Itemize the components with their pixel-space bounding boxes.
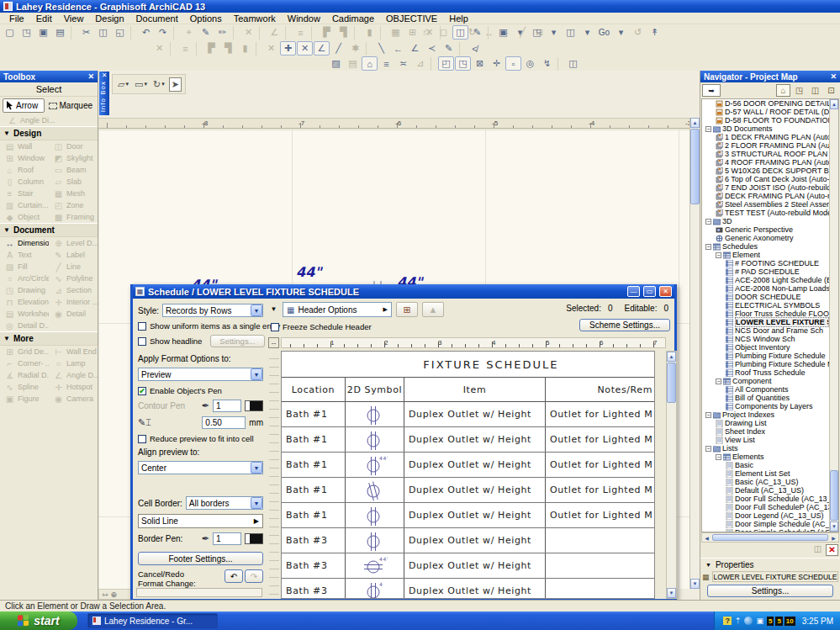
table-row[interactable]: Bath #3Duplex Outlet w/ Height (282, 528, 654, 553)
tool-detail-d-[interactable]: ◎Detail D... (0, 320, 49, 331)
tree-item[interactable]: Generic Perspective (702, 225, 829, 234)
line-black-1-icon[interactable]: ╲ (373, 41, 389, 56)
paste-icon[interactable]: ◱ (112, 25, 128, 40)
print-2-icon[interactable]: ◻ (436, 25, 452, 40)
pin-icon[interactable]: ▜ (220, 41, 236, 56)
undo-format-button[interactable]: ↶ (225, 569, 243, 583)
open-file-icon[interactable]: ◳ (18, 25, 34, 40)
double-line-icon[interactable]: ≍ (395, 56, 411, 71)
collapse-minus-icon[interactable]: − (716, 454, 721, 460)
walk-icon[interactable]: ↯ (539, 56, 555, 71)
tool-worksheet[interactable]: ▤Worksheet (0, 308, 49, 320)
scheme-settings-button[interactable]: Scheme Settings... (579, 319, 670, 331)
hatch-fill-icon[interactable]: ▨ (328, 56, 344, 71)
tree-scroll-down-icon[interactable]: ▼ (830, 521, 838, 532)
collapse-minus-icon[interactable]: − (716, 252, 721, 258)
tree-item[interactable]: Door Legend (AC_13_US) (702, 511, 829, 520)
dd4-icon[interactable]: ▾ (613, 25, 629, 40)
tool-corner-[interactable]: ⌐Corner- ... (0, 357, 49, 369)
pen-tool-icon[interactable]: ✏ (214, 25, 230, 40)
box-2-icon[interactable]: ◳ (455, 56, 471, 71)
menu-design[interactable]: Design (89, 13, 129, 24)
headline-settings-button[interactable]: Settings... (210, 335, 264, 347)
dialog-maximize-button[interactable]: ▭ (643, 286, 656, 297)
tree-item[interactable]: Drawing List (702, 419, 829, 427)
tool-door[interactable]: ◫Door (49, 140, 98, 152)
tool-detail[interactable]: ◉Detail (49, 308, 98, 320)
tool-beam[interactable]: ▭Beam (49, 164, 98, 176)
tool-section[interactable]: ⊿Section (49, 284, 98, 296)
tree-item[interactable]: Components by Layers (702, 402, 829, 410)
dd3-icon[interactable]: ▾ (579, 25, 595, 40)
zoom-tool-1-icon[interactable]: ⊕ (111, 590, 118, 599)
tree-item[interactable]: ACE-2008 Light Schedule (Elect (702, 276, 829, 284)
cell-border-dropdown[interactable]: All borders ▼ (186, 496, 263, 510)
menu-file[interactable]: File (3, 13, 30, 24)
tree-item[interactable]: Basic (AC_13_US) (702, 478, 829, 486)
nav-view-3-button[interactable]: ⊡ (824, 84, 838, 97)
merge-cells-button[interactable]: ⊞ (396, 302, 418, 317)
border-pen-number[interactable]: 1 (213, 532, 241, 545)
contour-pen-number[interactable]: 1 (213, 400, 241, 412)
tree-item[interactable]: −Element (702, 251, 829, 259)
align-icon[interactable]: ≡ (177, 41, 193, 56)
tool-lamp[interactable]: ○Lamp (49, 357, 98, 369)
toolbox-section-document[interactable]: ▼Document (0, 223, 98, 237)
slab-tool-icon[interactable]: ▜ (335, 25, 351, 40)
spread-icon[interactable]: ✛ (489, 56, 505, 71)
tool-stair[interactable]: ≡Stair (0, 188, 49, 199)
undo-icon[interactable]: ↶ (138, 25, 154, 40)
tree-item[interactable]: −Schedules (702, 242, 829, 251)
dialog-minimize-button[interactable]: — (627, 286, 640, 297)
tool-mesh[interactable]: ▦Mesh (49, 188, 98, 199)
tree-item[interactable]: View List (702, 436, 829, 444)
tool-label[interactable]: ✎Label (49, 249, 98, 261)
tool-roof[interactable]: ⌂Roof (0, 164, 49, 176)
menu-document[interactable]: Document (130, 13, 184, 24)
help-tray-icon[interactable]: ? (723, 617, 732, 625)
ruler-origin-button[interactable]: -- (268, 337, 279, 348)
toolbox-close-icon[interactable]: ✕ (87, 72, 94, 81)
print-icon[interactable]: ▤ (52, 25, 68, 40)
tree-item[interactable]: −Component (702, 377, 829, 385)
reduce-preview-checkbox[interactable] (138, 435, 146, 443)
fill-2-icon[interactable]: ▤ (345, 56, 361, 71)
tree-item[interactable]: D-56 DOOR OPENING DETAIL (Dra (702, 99, 829, 108)
table-row[interactable]: Bath #144"Duplex Outlet w/ HeightOutlet … (282, 453, 654, 478)
go-label-icon[interactable]: Go (596, 25, 612, 40)
delete-view-button[interactable]: ✕ (826, 544, 838, 556)
tree-item[interactable]: DOOR SCHEDULE (702, 293, 829, 301)
options-filter-icon[interactable]: ✕ (240, 25, 256, 40)
tree-scroll-left-icon[interactable]: ◀ (702, 535, 711, 541)
eraser-icon[interactable]: ✱ (347, 41, 363, 56)
table-vertical-scrollbar[interactable]: ▲ ▼ (666, 351, 677, 599)
updates-tray-icon[interactable]: ⇡ (735, 617, 742, 625)
inject-parameters-icon[interactable]: ✎ (198, 25, 214, 40)
split-cells-button[interactable]: ▲ (422, 302, 444, 317)
tree-item[interactable]: 7 END JOIST ISO (Auto-rebuild Moc (702, 183, 829, 192)
angle-dimension-tool[interactable]: ∠ Angle Di... (0, 114, 98, 126)
line-black-5-icon[interactable]: ✎ (441, 41, 457, 56)
tool-polyline[interactable]: ∿Polyline (49, 273, 98, 284)
tree-item[interactable]: Door Simple Schedule (AC_13_L (702, 520, 829, 528)
navigator-settings-button[interactable]: Settings... (707, 585, 833, 597)
freeze-header-checkbox[interactable] (271, 323, 279, 331)
tool-interior-[interactable]: ✛Interior ... (49, 296, 98, 308)
tool-wall[interactable]: ▤Wall (0, 140, 49, 152)
tree-item[interactable]: ACE-2008 Non-Lamp Loads (Eb (702, 284, 829, 293)
marquee-thin-button[interactable]: ▱▾ (116, 78, 130, 91)
border-pen-swatch[interactable] (245, 533, 263, 544)
tool-zone[interactable]: ◰Zone (49, 199, 98, 211)
snap-guide-icon[interactable]: ∠ (314, 41, 330, 56)
toolbox-section-design[interactable]: ▼Design (0, 126, 98, 140)
tree-vertical-scrollbar[interactable]: ▲ ▼ (829, 99, 838, 532)
canvas-vertical-scrollbar[interactable]: ▲ ▼ (689, 118, 700, 589)
column-tool-icon[interactable]: ▮ (362, 25, 378, 40)
collapse-panel-icon[interactable]: ▼ (269, 305, 278, 315)
zoom-tool-0-icon[interactable]: ⇿ (102, 590, 108, 599)
tree-item[interactable]: Sheet Index (702, 427, 829, 436)
canvas-scroll-thumb[interactable] (690, 129, 700, 204)
menu-teamwork[interactable]: Teamwork (228, 13, 282, 24)
collapse-minus-icon[interactable]: − (705, 126, 711, 132)
tree-item[interactable]: −Lists (702, 444, 829, 453)
